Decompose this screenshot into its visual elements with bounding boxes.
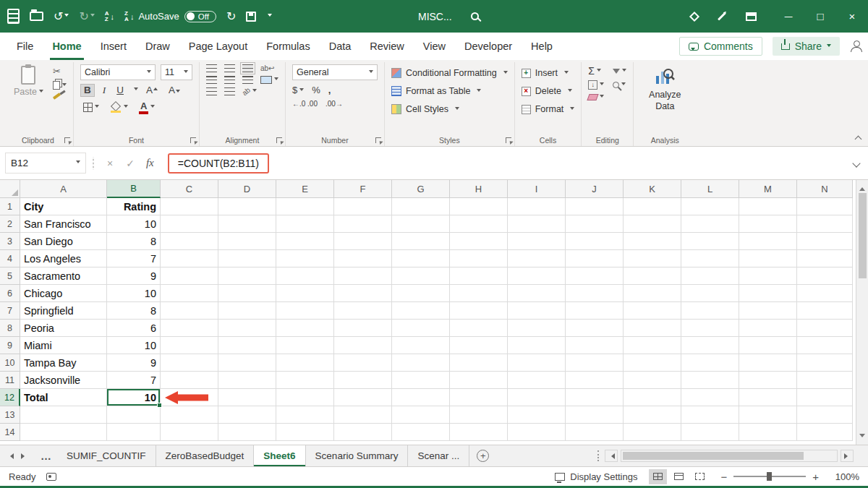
cell-E11[interactable]	[276, 372, 334, 389]
cell-G7[interactable]	[392, 302, 450, 320]
autosum-button[interactable]: Σ	[588, 66, 604, 76]
cell-K8[interactable]	[624, 320, 681, 337]
sheet-tab-sheet6[interactable]: Sheet6	[254, 445, 305, 466]
row-header-10[interactable]: 10	[0, 354, 20, 372]
tab-home[interactable]: Home	[43, 33, 90, 60]
cell-G2[interactable]	[392, 215, 450, 233]
cell-C13[interactable]	[161, 406, 218, 424]
cell-A7[interactable]: Springfield	[20, 302, 107, 320]
cell-A1[interactable]: City	[20, 198, 107, 215]
align-center-button[interactable]	[224, 76, 235, 84]
column-header-H[interactable]: H	[450, 180, 508, 198]
cell-G9[interactable]	[392, 337, 450, 354]
cell-A6[interactable]: Chicago	[20, 285, 107, 302]
cell-F10[interactable]	[334, 354, 392, 372]
cell-E4[interactable]	[276, 250, 334, 267]
merge-center-button[interactable]	[260, 76, 278, 84]
cell-E9[interactable]	[276, 337, 334, 354]
increase-font-size-button[interactable]: A	[143, 85, 161, 96]
cell-B13[interactable]	[107, 406, 161, 424]
cell-F12[interactable]	[334, 389, 392, 406]
cell-A12[interactable]: Total	[20, 389, 107, 406]
cell-E14[interactable]	[276, 424, 334, 441]
cell-styles-button[interactable]: Cell Styles	[391, 102, 508, 116]
cell-C6[interactable]	[161, 285, 218, 302]
formula-text[interactable]: =COUNT(B2:B11)	[178, 158, 259, 169]
cell-C5[interactable]	[161, 267, 218, 285]
cell-I2[interactable]	[508, 215, 566, 233]
cell-K5[interactable]	[624, 267, 681, 285]
ribbon-display-icon[interactable]	[746, 12, 757, 21]
number-format-select[interactable]: General	[292, 64, 378, 80]
column-header-D[interactable]: D	[218, 180, 276, 198]
cell-G14[interactable]	[392, 424, 450, 441]
cell-J1[interactable]	[566, 198, 624, 215]
column-header-A[interactable]: A	[20, 180, 107, 198]
cell-G5[interactable]	[392, 267, 450, 285]
cell-L1[interactable]	[681, 198, 739, 215]
cell-D3[interactable]	[218, 233, 276, 250]
cell-B12[interactable]: 10	[107, 389, 161, 406]
sort-descending-icon[interactable]: ZA↓	[124, 11, 134, 22]
cell-L13[interactable]	[681, 406, 739, 424]
cell-J8[interactable]	[566, 320, 624, 337]
cell-B8[interactable]: 6	[107, 320, 161, 337]
cell-H12[interactable]	[450, 389, 508, 406]
cell-F9[interactable]	[334, 337, 392, 354]
cell-J11[interactable]	[566, 372, 624, 389]
cell-F3[interactable]	[334, 233, 392, 250]
scroll-up-icon[interactable]	[859, 184, 865, 191]
cell-F11[interactable]	[334, 372, 392, 389]
share-button[interactable]: Share	[773, 37, 840, 56]
clear-button[interactable]	[588, 94, 604, 100]
scroll-right-icon[interactable]	[841, 450, 854, 462]
cell-K10[interactable]	[624, 354, 681, 372]
analyze-data-button[interactable]: Analyze Data	[640, 64, 689, 112]
cell-E12[interactable]	[276, 389, 334, 406]
scroll-down-icon[interactable]	[859, 434, 865, 440]
maximize-button[interactable]: □	[804, 0, 836, 33]
middle-align-button[interactable]	[224, 64, 235, 72]
cell-L10[interactable]	[681, 354, 739, 372]
row-header-3[interactable]: 3	[0, 233, 20, 250]
horizontal-scrollbar[interactable]	[605, 445, 868, 466]
display-settings-button[interactable]: Display Settings	[555, 471, 637, 482]
cell-M13[interactable]	[739, 406, 797, 424]
cell-M12[interactable]	[739, 389, 797, 406]
insert-function-icon[interactable]: fx	[146, 157, 154, 169]
cell-E2[interactable]	[276, 215, 334, 233]
cell-B9[interactable]: 10	[107, 337, 161, 354]
cell-N2[interactable]	[797, 215, 853, 233]
cell-L6[interactable]	[681, 285, 739, 302]
tab-scroll-splitter[interactable]	[597, 450, 599, 461]
cell-F14[interactable]	[334, 424, 392, 441]
cell-C8[interactable]	[161, 320, 218, 337]
cell-J3[interactable]	[566, 233, 624, 250]
cell-F2[interactable]	[334, 215, 392, 233]
decrease-decimal-button[interactable]: .00→	[326, 100, 343, 108]
row-header-9[interactable]: 9	[0, 337, 20, 354]
accounting-format-button[interactable]: $	[292, 85, 304, 95]
cell-E6[interactable]	[276, 285, 334, 302]
horizontal-scroll-thumb[interactable]	[623, 452, 804, 460]
cell-F5[interactable]	[334, 267, 392, 285]
sort-ascending-icon[interactable]: AZ↓	[105, 11, 114, 22]
number-dialog-launcher[interactable]	[375, 137, 381, 143]
cell-A3[interactable]: San Diego	[20, 233, 107, 250]
row-header-8[interactable]: 8	[0, 320, 20, 337]
column-header-N[interactable]: N	[797, 180, 853, 198]
cell-C1[interactable]	[161, 198, 218, 215]
normal-view-button[interactable]	[649, 469, 667, 484]
cell-H4[interactable]	[450, 250, 508, 267]
cell-C10[interactable]	[161, 354, 218, 372]
previous-sheet-icon[interactable]	[7, 453, 14, 459]
cell-H14[interactable]	[450, 424, 508, 441]
cell-H6[interactable]	[450, 285, 508, 302]
cell-M11[interactable]	[739, 372, 797, 389]
cell-D2[interactable]	[218, 215, 276, 233]
cell-I14[interactable]	[508, 424, 566, 441]
tab-view[interactable]: View	[414, 33, 455, 60]
fill-button[interactable]: ↓	[588, 80, 604, 90]
cell-I3[interactable]	[508, 233, 566, 250]
refresh-icon[interactable]: ↻	[226, 11, 236, 22]
